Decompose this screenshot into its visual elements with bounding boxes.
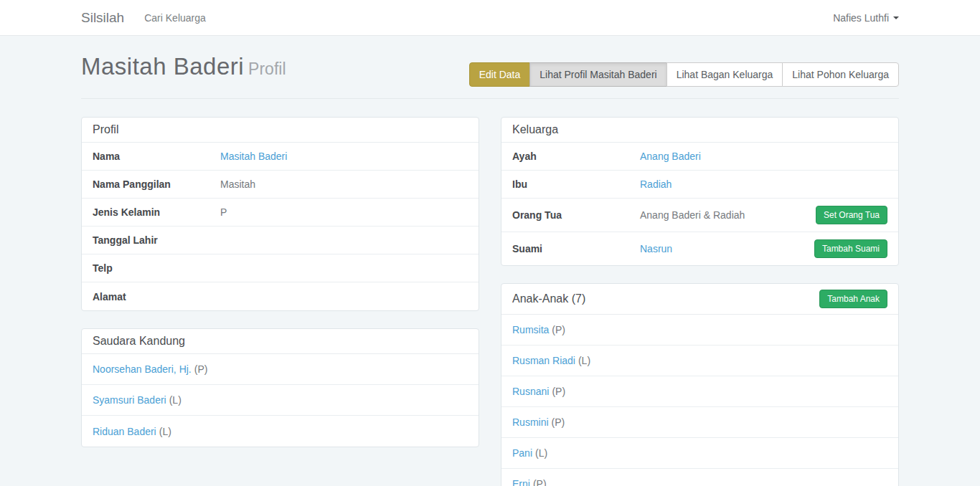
gender-label: (P) bbox=[194, 363, 208, 375]
list-item: Erni(P) bbox=[501, 469, 898, 486]
person-link[interactable]: Rusmini bbox=[512, 416, 549, 428]
gender-label: (L) bbox=[159, 426, 171, 437]
lihat-profil-button[interactable]: Lihat Profil Masitah Baderi bbox=[529, 62, 666, 87]
person-link[interactable]: Rusnani bbox=[512, 386, 549, 397]
person-link[interactable]: Riduan Baderi bbox=[93, 426, 156, 437]
field-label: Nama bbox=[93, 151, 220, 162]
page-subtitle: Profil bbox=[248, 59, 286, 78]
profil-panel: Profil Nama Masitah Baderi Nama Panggila… bbox=[81, 117, 479, 311]
nav-link-cari-keluarga[interactable]: Cari Keluarga bbox=[144, 12, 206, 24]
person-link[interactable]: Pani bbox=[512, 447, 532, 459]
field-label: Ibu bbox=[512, 178, 640, 190]
field-value: P bbox=[220, 206, 227, 218]
field-label: Telp bbox=[93, 262, 220, 274]
table-row: Telp bbox=[82, 254, 479, 282]
list-item: Riduan Baderi(L) bbox=[82, 416, 479, 447]
field-label: Nama Panggilan bbox=[93, 178, 220, 190]
gender-label: (L) bbox=[535, 447, 547, 459]
profile-action-buttons: Edit Data Lihat Profil Masitah Baderi Li… bbox=[469, 62, 899, 87]
gender-label: (P) bbox=[552, 324, 565, 335]
tambah-suami-button[interactable]: Tambah Suami bbox=[814, 239, 887, 258]
field-label: Alamat bbox=[93, 291, 220, 302]
top-navbar: Silsilah Cari Keluarga Nafies Luthfi bbox=[0, 0, 980, 36]
table-row: Nama Panggilan Masitah bbox=[82, 171, 479, 199]
gender-label: (P) bbox=[552, 386, 565, 397]
table-row: Suami Nasrun Tambah Suami bbox=[501, 232, 898, 265]
app-brand[interactable]: Silsilah bbox=[81, 10, 124, 26]
list-item: Rusnani(P) bbox=[501, 376, 898, 407]
table-row: Ayah Anang Baderi bbox=[501, 143, 898, 171]
gender-label: (P) bbox=[552, 416, 565, 428]
person-link[interactable]: Masitah Baderi bbox=[220, 151, 287, 162]
field-label: Tanggal Lahir bbox=[93, 234, 220, 246]
lihat-bagan-keluarga-button[interactable]: Lihat Bagan Keluarga bbox=[666, 62, 783, 87]
person-link[interactable]: Anang Baderi bbox=[640, 151, 701, 162]
profil-panel-title: Profil bbox=[82, 118, 479, 143]
gender-label: (P) bbox=[533, 478, 547, 486]
saudara-kandung-panel: Saudara Kandung Noorsehan Baderi, Hj.(P)… bbox=[81, 328, 479, 447]
lihat-pohon-keluarga-button[interactable]: Lihat Pohon Keluarga bbox=[782, 62, 899, 87]
list-item: Rusmini(P) bbox=[501, 407, 898, 438]
person-link[interactable]: Nasrun bbox=[640, 243, 672, 254]
field-value: Masitah bbox=[220, 178, 255, 190]
user-name: Nafies Luthfi bbox=[833, 12, 889, 24]
person-link[interactable]: Radiah bbox=[640, 178, 672, 190]
keluarga-panel-title: Keluarga bbox=[501, 118, 898, 143]
person-link[interactable]: Erni bbox=[512, 478, 530, 486]
tambah-anak-button[interactable]: Tambah Anak bbox=[819, 290, 887, 308]
table-row: Nama Masitah Baderi bbox=[82, 143, 479, 171]
person-link[interactable]: Noorsehan Baderi, Hj. bbox=[93, 363, 192, 375]
field-label: Orang Tua bbox=[512, 209, 640, 221]
table-row: Ibu Radiah bbox=[501, 171, 898, 199]
gender-label: (L) bbox=[578, 355, 590, 366]
field-value: Anang Baderi & Radiah bbox=[640, 209, 745, 221]
anak-anak-panel: Anak-Anak (7) Tambah Anak Rumsita(P) Rus… bbox=[501, 283, 899, 486]
edit-data-button[interactable]: Edit Data bbox=[469, 62, 531, 87]
table-row: Orang Tua Anang Baderi & Radiah Set Oran… bbox=[501, 199, 898, 232]
user-menu[interactable]: Nafies Luthfi bbox=[833, 12, 899, 24]
page-header: Masitah BaderiProfil Edit Data Lihat Pro… bbox=[81, 53, 899, 99]
list-item: Pani(L) bbox=[501, 438, 898, 469]
list-item: Noorsehan Baderi, Hj.(P) bbox=[82, 354, 479, 385]
table-row: Alamat bbox=[82, 282, 479, 310]
field-label: Suami bbox=[512, 243, 640, 254]
field-label: Jenis Kelamin bbox=[93, 206, 220, 218]
person-link[interactable]: Syamsuri Baderi bbox=[93, 394, 166, 406]
list-item: Rusman Riadi(L) bbox=[501, 346, 898, 376]
caret-down-icon bbox=[893, 16, 899, 19]
saudara-kandung-panel-title: Saudara Kandung bbox=[82, 329, 479, 354]
set-orang-tua-button[interactable]: Set Orang Tua bbox=[816, 206, 887, 224]
page-title: Masitah Baderi bbox=[81, 53, 244, 80]
person-link[interactable]: Rusman Riadi bbox=[512, 355, 575, 366]
list-item: Syamsuri Baderi(L) bbox=[82, 385, 479, 416]
person-link[interactable]: Rumsita bbox=[512, 324, 549, 335]
gender-label: (L) bbox=[169, 394, 182, 406]
table-row: Jenis Kelamin P bbox=[82, 199, 479, 227]
table-row: Tanggal Lahir bbox=[82, 227, 479, 254]
anak-anak-panel-title: Anak-Anak (7) bbox=[512, 292, 585, 305]
field-label: Ayah bbox=[512, 151, 640, 162]
list-item: Rumsita(P) bbox=[501, 315, 898, 346]
keluarga-panel: Keluarga Ayah Anang Baderi Ibu Radiah Or… bbox=[501, 117, 899, 266]
